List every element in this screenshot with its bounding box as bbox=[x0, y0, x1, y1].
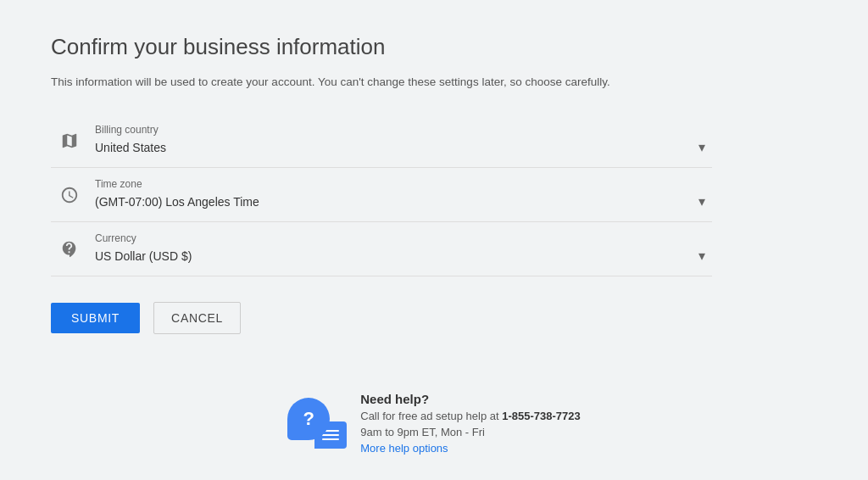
chat-line-3 bbox=[322, 438, 339, 440]
help-section: ? Need help? Call for free ad setup help… bbox=[0, 366, 868, 480]
time-zone-value: (GMT-07:00) Los Angeles Time bbox=[95, 195, 259, 209]
more-help-link[interactable]: More help options bbox=[360, 442, 580, 455]
chevron-down-icon: ▾ bbox=[698, 139, 705, 155]
business-info-form: Billing country United States ▾ Time zon… bbox=[51, 114, 712, 276]
time-zone-label: Time zone bbox=[95, 178, 712, 190]
billing-country-field[interactable]: Billing country United States ▾ bbox=[88, 124, 712, 157]
time-zone-select[interactable]: (GMT-07:00) Los Angeles Time ▾ bbox=[95, 193, 712, 211]
currency-icon bbox=[51, 240, 88, 259]
time-zone-field[interactable]: Time zone (GMT-07:00) Los Angeles Time ▾ bbox=[88, 178, 712, 211]
currency-select[interactable]: US Dollar (USD $) ▾ bbox=[95, 248, 712, 265]
help-phone: 1-855-738-7723 bbox=[502, 410, 581, 422]
map-icon bbox=[51, 131, 88, 150]
help-call-text: Call for free ad setup help at bbox=[360, 410, 498, 422]
cancel-button[interactable]: CANCEL bbox=[153, 302, 241, 334]
billing-country-value: United States bbox=[95, 141, 166, 154]
submit-button[interactable]: SUBMIT bbox=[51, 303, 140, 333]
currency-field[interactable]: Currency US Dollar (USD $) ▾ bbox=[88, 232, 712, 265]
page-title: Confirm your business information bbox=[51, 34, 712, 60]
currency-value: US Dollar (USD $) bbox=[95, 249, 192, 263]
question-bubble-icon: ? bbox=[287, 398, 330, 440]
currency-row: Currency US Dollar (USD $) ▾ bbox=[51, 222, 712, 276]
time-zone-row: Time zone (GMT-07:00) Los Angeles Time ▾ bbox=[51, 168, 712, 222]
chevron-down-icon: ▾ bbox=[698, 248, 705, 264]
billing-country-label: Billing country bbox=[95, 124, 712, 136]
page-subtitle: This information will be used to create … bbox=[51, 75, 712, 88]
help-hours: 9am to 9pm ET, Mon - Fri bbox=[360, 426, 580, 438]
billing-country-row: Billing country United States ▾ bbox=[51, 114, 712, 168]
help-call-line: Call for free ad setup help at 1-855-738… bbox=[360, 410, 580, 422]
chat-line-2 bbox=[322, 434, 339, 436]
clock-icon bbox=[51, 186, 88, 204]
chevron-down-icon: ▾ bbox=[698, 193, 705, 209]
billing-country-select[interactable]: United States ▾ bbox=[95, 139, 712, 157]
help-text-block: Need help? Call for free ad setup help a… bbox=[360, 392, 580, 455]
form-buttons: SUBMIT CANCEL bbox=[51, 302, 712, 334]
help-title: Need help? bbox=[360, 392, 580, 406]
currency-label: Currency bbox=[95, 232, 712, 244]
help-icons: ? bbox=[287, 398, 347, 449]
